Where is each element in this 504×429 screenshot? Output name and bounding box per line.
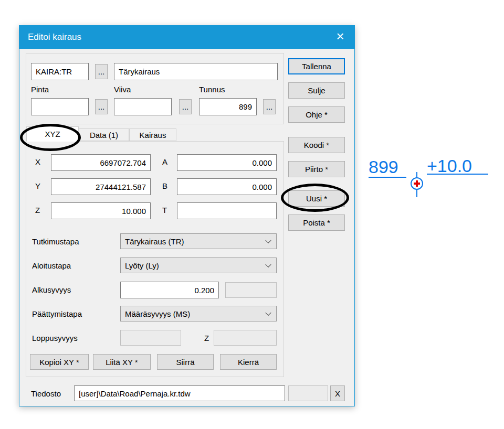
tiedosto-path-field[interactable]	[74, 385, 285, 401]
loppusyvyys-label: Loppusyvyys	[32, 334, 78, 342]
tallenna-button[interactable]: Tallenna	[288, 58, 345, 74]
tiedosto-label: Tiedosto	[31, 389, 61, 398]
tab-xyz[interactable]: XYZ	[26, 126, 79, 142]
b-field[interactable]	[177, 178, 277, 195]
kopioi-xy-button[interactable]: Kopioi XY *	[30, 354, 89, 370]
survey-code-field[interactable]	[31, 63, 89, 80]
chevron-down-icon	[265, 310, 271, 316]
aloitustapa-select[interactable]: Lyöty (Ly)	[120, 258, 277, 273]
t-field[interactable]	[177, 202, 277, 219]
sulje-button[interactable]: Sulje	[288, 82, 345, 99]
t-label: T	[162, 206, 167, 214]
alkusyvyys-field[interactable]	[120, 282, 219, 298]
chevron-down-icon	[265, 238, 271, 243]
pinta-field[interactable]	[31, 98, 89, 115]
z-label: Z	[35, 206, 40, 214]
aloitustapa-label: Aloitustapa	[32, 261, 71, 270]
tutkimustapa-value: Tärykairaus (TR)	[125, 237, 184, 246]
alkusyvyys-label: Alkusyvyys	[32, 285, 71, 294]
alkusyvyys-aux-field	[225, 282, 277, 298]
footer-x-button[interactable]: X	[330, 385, 345, 401]
close-icon[interactable]: ×	[330, 26, 350, 49]
tutkimustapa-select[interactable]: Tärykairaus (TR)	[120, 233, 277, 249]
y-field[interactable]	[51, 178, 151, 195]
tunnus-field[interactable]	[199, 98, 257, 115]
b-label: B	[162, 181, 167, 190]
x-field[interactable]	[51, 154, 151, 171]
survey-code-browse-button[interactable]: ...	[95, 64, 108, 79]
edit-drilling-dialog: Editoi kairaus × ... Pinta Viiva Tunnus …	[19, 25, 355, 406]
cad-point-id-text: 899	[369, 157, 398, 177]
cad-point-marker: 899 +10.0	[361, 151, 499, 209]
paattymistapa-value: Määräsyvyys (MS)	[125, 309, 190, 318]
koodi-button[interactable]: Koodi *	[288, 137, 345, 153]
tab-data[interactable]: Data (1)	[79, 128, 129, 141]
title-bar[interactable]: Editoi kairaus ×	[19, 26, 354, 49]
z-field[interactable]	[51, 202, 151, 219]
uusi-button[interactable]: Uusi *	[288, 190, 345, 207]
cad-elevation-text: +10.0	[427, 156, 472, 176]
pinta-label: Pinta	[31, 85, 49, 94]
loppusyvyys-field	[120, 330, 181, 346]
loppusyvyys-z-field	[214, 330, 277, 346]
dialog-title: Editoi kairaus	[28, 26, 81, 49]
kierra-button[interactable]: Kierrä	[220, 354, 277, 370]
aloitustapa-value: Lyöty (Ly)	[125, 261, 159, 270]
viiva-field[interactable]	[114, 98, 172, 115]
footer-aux-field	[288, 385, 328, 401]
tab-kairaus[interactable]: Kairaus	[129, 128, 176, 141]
survey-name-field[interactable]	[114, 63, 278, 80]
loppusyvyys-z-label: Z	[204, 334, 209, 342]
viiva-browse-button[interactable]: ...	[179, 99, 192, 114]
a-label: A	[162, 157, 167, 166]
x-label: X	[35, 157, 40, 166]
piirto-button[interactable]: Piirto *	[288, 161, 345, 177]
siirra-button[interactable]: Siirrä	[157, 354, 214, 370]
paattymistapa-label: Päättymistapa	[32, 309, 82, 318]
y-label: Y	[35, 181, 40, 190]
tunnus-browse-button[interactable]: ...	[263, 99, 276, 114]
chevron-down-icon	[265, 262, 271, 267]
viiva-label: Viiva	[114, 85, 131, 94]
ohje-button[interactable]: Ohje *	[288, 106, 345, 123]
poista-button[interactable]: Poista *	[288, 214, 345, 231]
tutkimustapa-label: Tutkimustapa	[32, 237, 79, 246]
liita-xy-button[interactable]: Liitä XY *	[93, 354, 151, 370]
paattymistapa-select[interactable]: Määräsyvyys (MS)	[120, 306, 277, 321]
tunnus-label: Tunnus	[199, 85, 225, 94]
a-field[interactable]	[177, 154, 277, 171]
pinta-browse-button[interactable]: ...	[95, 99, 108, 114]
cad-crosshair-icon	[411, 172, 423, 197]
